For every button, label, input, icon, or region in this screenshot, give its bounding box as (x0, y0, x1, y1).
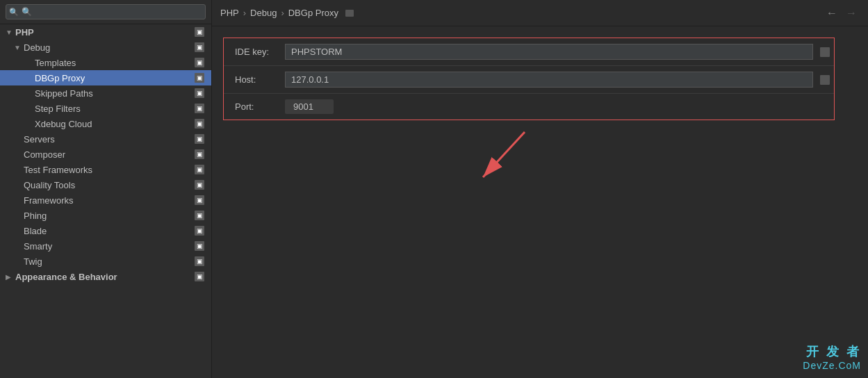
settings-icon-quality: ▣ (195, 180, 204, 190)
sidebar-item-label-composer: Composer (24, 149, 195, 160)
host-settings-icon (820, 75, 830, 85)
settings-tree: ▼ PHP ▣ ▼ Debug ▣ Templates ▣ DBGp Proxy… (0, 24, 211, 378)
expand-arrow-twig (14, 258, 24, 265)
watermark-line2: DevZe.CoM (803, 360, 861, 371)
nav-forward-button[interactable]: → (843, 7, 860, 19)
svg-line-1 (483, 132, 525, 177)
ide-key-input[interactable]: PHPSTORM (285, 44, 813, 60)
breadcrumb-sep-2: › (281, 8, 284, 18)
sidebar-item-label-smarty: Smarty (24, 241, 195, 252)
breadcrumb-bar: PHP › Debug › DBGp Proxy ← → (212, 0, 868, 26)
expand-arrow-dbgp (25, 74, 35, 82)
settings-icon-xdebug: ▣ (195, 119, 204, 129)
sidebar-item-label-debug: Debug (24, 42, 195, 53)
host-value-container: 127.0.0.1 (279, 66, 820, 93)
sidebar-item-label-skipped-paths: Skipped Paths (35, 88, 195, 99)
sidebar-item-servers[interactable]: Servers ▣ (0, 131, 211, 147)
sidebar-item-dbgp-proxy[interactable]: DBGp Proxy ▣ (0, 70, 211, 85)
sidebar-item-xdebug-cloud[interactable]: Xdebug Cloud ▣ (0, 116, 211, 131)
settings-icon-php: ▣ (195, 27, 204, 37)
sidebar-item-blade[interactable]: Blade ▣ (0, 223, 211, 238)
settings-icon-frameworks: ▣ (195, 195, 204, 205)
breadcrumb-sep-1: › (243, 8, 246, 18)
sidebar-item-label-twig: Twig (24, 256, 195, 267)
port-input[interactable]: 9001 (285, 99, 334, 114)
sidebar-item-step-filters[interactable]: Step Filters ▣ (0, 101, 211, 116)
sidebar-item-label-php: PHP (15, 27, 195, 38)
sidebar-item-label-test-frameworks: Test Frameworks (24, 165, 195, 175)
sidebar-item-test-frameworks[interactable]: Test Frameworks ▣ (0, 162, 211, 177)
search-icon: 🔍 (9, 8, 19, 17)
main-content: PHP › Debug › DBGp Proxy ← → IDE key: PH… (212, 0, 868, 378)
sidebar-item-label-appearance-behavior: Appearance & Behavior (15, 272, 195, 282)
breadcrumb-php: PHP (220, 8, 239, 18)
settings-icon-dbgp: ▣ (195, 73, 204, 83)
settings-icon-composer: ▣ (195, 149, 204, 159)
expand-arrow-phing (14, 212, 24, 220)
nav-arrows: ← → (824, 7, 860, 19)
sidebar-item-skipped-paths[interactable]: Skipped Paths ▣ (0, 85, 211, 101)
expand-arrow-frameworks (14, 197, 24, 204)
sidebar-item-label-servers: Servers (24, 134, 195, 145)
host-input[interactable]: 127.0.0.1 (285, 72, 813, 88)
port-label: Port: (224, 96, 279, 117)
sidebar-item-templates[interactable]: Templates ▣ (0, 55, 211, 70)
sidebar-item-debug[interactable]: ▼ Debug ▣ (0, 40, 211, 55)
sidebar-item-phing[interactable]: Phing ▣ (0, 208, 211, 223)
search-input[interactable] (6, 4, 206, 19)
expand-arrow-php: ▼ (6, 28, 15, 36)
breadcrumb-debug: Debug (250, 8, 277, 18)
breadcrumb: PHP › Debug › DBGp Proxy (220, 8, 354, 18)
expand-arrow-templates (25, 59, 35, 67)
form-panel: IDE key: PHPSTORM Host: 127.0.0.1 Port: … (223, 38, 835, 120)
sidebar-item-appearance-behavior[interactable]: ▶ Appearance & Behavior ▣ (0, 269, 211, 284)
ide-key-settings-icon (820, 47, 830, 57)
annotation-arrow (462, 125, 546, 197)
expand-arrow-quality (14, 181, 24, 189)
ide-key-value-container: PHPSTORM (279, 38, 820, 65)
form-area: IDE key: PHPSTORM Host: 127.0.0.1 Port: … (212, 26, 868, 378)
search-box: 🔍 (0, 0, 211, 24)
expand-arrow-step-filters (25, 105, 35, 113)
sidebar-item-label-blade: Blade (24, 226, 195, 236)
breadcrumb-settings-icon (345, 10, 354, 17)
sidebar-item-label-quality-tools: Quality Tools (24, 180, 195, 190)
settings-icon-servers: ▣ (195, 134, 204, 144)
settings-icon-templates: ▣ (195, 58, 204, 67)
sidebar-item-label-step-filters: Step Filters (35, 104, 195, 114)
sidebar-item-label-templates: Templates (35, 58, 195, 68)
sidebar-item-quality-tools[interactable]: Quality Tools ▣ (0, 177, 211, 192)
settings-icon-smarty: ▣ (195, 241, 204, 251)
breadcrumb-dbgp-proxy: DBGp Proxy (288, 8, 338, 18)
watermark-line1: 开 发 者 (803, 343, 861, 360)
settings-icon-phing: ▣ (195, 211, 204, 220)
settings-icon-skipped: ▣ (195, 88, 204, 98)
sidebar: 🔍 ▼ PHP ▣ ▼ Debug ▣ Templates ▣ DBGp Pro… (0, 0, 212, 378)
expand-arrow-xdebug (25, 120, 35, 128)
settings-icon-test: ▣ (195, 165, 204, 174)
expand-arrow-appearance: ▶ (6, 273, 15, 281)
sidebar-item-frameworks[interactable]: Frameworks ▣ (0, 192, 211, 208)
sidebar-item-label-dbgp-proxy: DBGp Proxy (35, 73, 195, 83)
settings-icon-blade: ▣ (195, 226, 204, 236)
settings-icon-twig: ▣ (195, 256, 204, 266)
expand-arrow-debug: ▼ (14, 44, 24, 51)
sidebar-item-smarty[interactable]: Smarty ▣ (0, 238, 211, 254)
expand-arrow-blade (14, 227, 24, 235)
expand-arrow-smarty (14, 243, 24, 250)
form-row-host: Host: 127.0.0.1 (224, 66, 834, 94)
search-wrapper: 🔍 (6, 4, 206, 19)
sidebar-item-composer[interactable]: Composer ▣ (0, 147, 211, 162)
sidebar-item-label-frameworks: Frameworks (24, 195, 195, 206)
watermark: 开 发 者 DevZe.CoM (803, 343, 861, 371)
expand-arrow-test (14, 166, 24, 174)
settings-icon-appearance: ▣ (195, 272, 204, 281)
nav-back-button[interactable]: ← (824, 7, 840, 19)
settings-icon-debug: ▣ (195, 42, 204, 52)
sidebar-item-twig[interactable]: Twig ▣ (0, 254, 211, 269)
ide-key-label: IDE key: (224, 41, 279, 63)
sidebar-item-php[interactable]: ▼ PHP ▣ (0, 24, 211, 40)
sidebar-item-label-phing: Phing (24, 211, 195, 221)
form-row-ide-key: IDE key: PHPSTORM (224, 38, 834, 66)
expand-arrow-skipped (25, 90, 35, 97)
